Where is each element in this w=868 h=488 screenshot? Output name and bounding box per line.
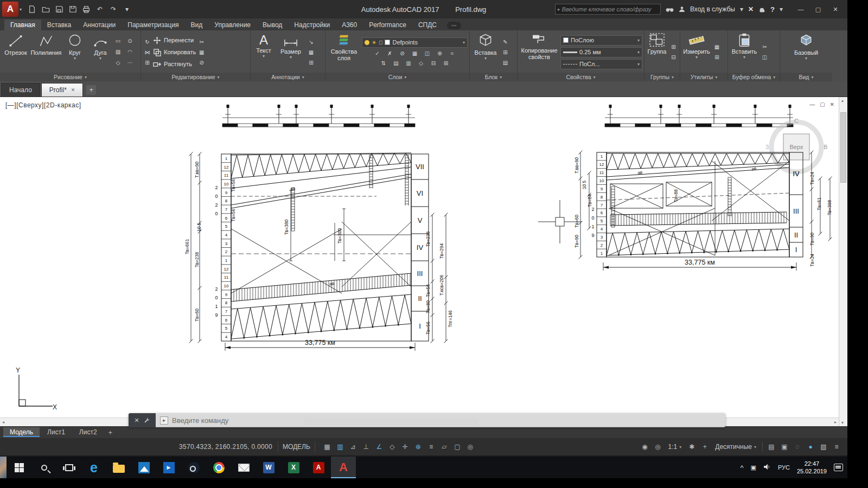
color-combo[interactable]: ПоСлою ▾: [560, 35, 642, 46]
command-input[interactable]: ▸ Введите команду: [156, 413, 725, 427]
mini-tool-icon[interactable]: ▥: [404, 59, 413, 67]
clean-screen-icon[interactable]: ▧: [817, 441, 830, 453]
dynamic-input-icon[interactable]: ◎: [464, 441, 477, 453]
stay-connected-icon[interactable]: [758, 6, 765, 12]
panel-label-block[interactable]: Блок▾: [470, 73, 517, 81]
saveas-icon[interactable]: [68, 4, 78, 14]
mini-tool-icon[interactable]: ⊟: [429, 59, 438, 67]
snap-icon[interactable]: ▥: [334, 441, 347, 453]
layout-tab-model[interactable]: Модель: [3, 427, 40, 437]
action-center-icon[interactable]: [834, 464, 843, 471]
lock-ui-icon[interactable]: ▣: [778, 441, 791, 453]
ortho-icon[interactable]: ⊥: [360, 441, 373, 453]
customize-icon[interactable]: ≡: [830, 441, 843, 453]
move-button[interactable]: Перенести: [153, 35, 196, 46]
match-properties-button[interactable]: Копирование свойств: [519, 31, 559, 73]
mini-tool-icon[interactable]: ⋈: [143, 48, 152, 56]
otrack-icon[interactable]: ✛: [399, 441, 412, 453]
selection-cycling-icon[interactable]: ▢: [451, 441, 464, 453]
chrome-icon[interactable]: [206, 457, 231, 478]
text-button[interactable]: A Текст ▾: [252, 31, 275, 73]
mini-tool-icon[interactable]: ✂: [760, 43, 769, 51]
lineweight-caret-icon[interactable]: ▾: [637, 50, 640, 55]
maximize-button[interactable]: ▢: [809, 2, 827, 16]
layer-color-swatch[interactable]: [385, 40, 390, 45]
panel-label-view[interactable]: Вид▾: [780, 73, 832, 81]
doc-close-icon[interactable]: ✕: [830, 101, 834, 107]
workspace-icon[interactable]: ✱: [685, 441, 698, 453]
volume-icon[interactable]: [763, 463, 771, 472]
ribbon-tab-Надстройки[interactable]: Надстройки: [288, 20, 336, 30]
search-input[interactable]: [561, 6, 658, 12]
mini-tool-icon[interactable]: ≈: [448, 49, 457, 57]
help-search-box[interactable]: ▸: [555, 4, 661, 15]
infer-constraints-icon[interactable]: ⊿: [347, 441, 360, 453]
file-tab-profil[interactable]: Profil* ✕: [41, 83, 84, 97]
mini-tool-icon[interactable]: ◇: [417, 59, 426, 67]
scroll-left-icon[interactable]: ◂: [2, 420, 4, 425]
ribbon-tab-Performance[interactable]: Performance: [363, 20, 412, 30]
mini-tool-icon[interactable]: ✎: [501, 38, 510, 46]
tray-app-icon[interactable]: ▣: [751, 464, 756, 471]
layout-tab-list2[interactable]: Лист2: [73, 427, 104, 437]
mini-tool-icon[interactable]: ▦: [410, 49, 419, 57]
circle-button[interactable]: Круг ▾: [62, 31, 87, 73]
doc-minimize-icon[interactable]: —: [809, 101, 815, 107]
file-tab-start[interactable]: Начало: [1, 83, 40, 97]
ribbon-tab-Главная[interactable]: Главная: [4, 20, 41, 30]
mini-tool-icon[interactable]: ⊘: [398, 49, 407, 57]
mini-tool-icon[interactable]: ↘: [307, 38, 316, 46]
scroll-down-icon[interactable]: ▾: [841, 420, 844, 425]
paste-button[interactable]: Вставить ▾: [730, 31, 759, 73]
scroll-right-icon[interactable]: ▸: [834, 420, 837, 425]
clock[interactable]: 22:47 25.02.2019: [797, 460, 827, 476]
model-space-canvas[interactable]: ВерхСВЮЗ1121110987654321121110987654VIIV…: [0, 97, 838, 427]
mail-app-icon[interactable]: [231, 457, 256, 478]
mini-tool-icon[interactable]: ✓: [373, 49, 382, 57]
ribbon-tab-Аннотации[interactable]: Аннотации: [77, 20, 122, 30]
layout-tab-list1[interactable]: Лист1: [41, 427, 72, 437]
performance-icon[interactable]: ●: [804, 441, 817, 453]
layer-on-bulb-icon[interactable]: [365, 40, 369, 45]
autocad-app-menu[interactable]: A: [2, 2, 18, 17]
new-file-icon[interactable]: [27, 4, 37, 14]
open-file-icon[interactable]: [41, 4, 50, 14]
units-button[interactable]: Десятичные▾: [711, 443, 760, 451]
panel-label-layers[interactable]: Слои▾: [326, 73, 469, 81]
print-icon[interactable]: [81, 4, 91, 14]
mini-tool-icon[interactable]: ⊘: [197, 59, 206, 67]
task-view-button[interactable]: [56, 457, 81, 478]
isodraft-icon[interactable]: ◇: [386, 441, 399, 453]
text-caret-icon[interactable]: ▾: [263, 54, 265, 59]
command-line[interactable]: ✕ ▸ Введите команду: [129, 413, 725, 427]
panel-label-properties[interactable]: Свойства▾: [518, 73, 644, 81]
lineweight-combo[interactable]: 0.25 мм ▾: [560, 47, 642, 57]
lineweight-icon[interactable]: ≡: [425, 441, 438, 453]
mini-tool-icon[interactable]: ⊕: [435, 49, 444, 57]
scroll-up-icon[interactable]: ▴: [841, 98, 844, 103]
mini-tool-icon[interactable]: ⋯: [125, 59, 135, 67]
line-button[interactable]: Отрезок: [2, 31, 30, 73]
polyline-button[interactable]: Полилиния: [31, 31, 61, 73]
mini-tool-icon[interactable]: ⊞: [307, 59, 316, 67]
qat-customize-caret-icon[interactable]: ▾: [122, 4, 132, 14]
mini-tool-icon[interactable]: ◫: [423, 49, 432, 57]
ribbon-tab-Вывод[interactable]: Вывод: [257, 20, 288, 30]
transparency-icon[interactable]: ▱: [438, 441, 451, 453]
polar-tracking-icon[interactable]: ∠: [373, 441, 386, 453]
desktop-peek[interactable]: [0, 457, 7, 478]
grid-icon[interactable]: ▦: [321, 441, 334, 453]
file-tab-close-icon[interactable]: ✕: [71, 87, 75, 93]
ribbon-options-pill[interactable]: ◦◦◦: [447, 22, 461, 29]
command-close-icon[interactable]: ✕: [134, 417, 139, 424]
mini-tool-icon[interactable]: ◠: [125, 48, 135, 56]
vertical-scrollbar[interactable]: ▴ ▾: [839, 97, 847, 426]
measure-button[interactable]: Измерить ▾: [682, 31, 711, 73]
panel-label-clipboard[interactable]: Буфер обмена▾: [728, 73, 780, 81]
search-binoculars-icon[interactable]: [666, 7, 674, 12]
movies-app-icon[interactable]: [156, 457, 181, 478]
mini-tool-icon[interactable]: ✂: [197, 38, 206, 46]
mini-tool-icon[interactable]: ▭: [113, 37, 123, 45]
paste-caret-icon[interactable]: ▾: [743, 55, 745, 60]
dimension-button[interactable]: Размер ▾: [276, 31, 305, 73]
